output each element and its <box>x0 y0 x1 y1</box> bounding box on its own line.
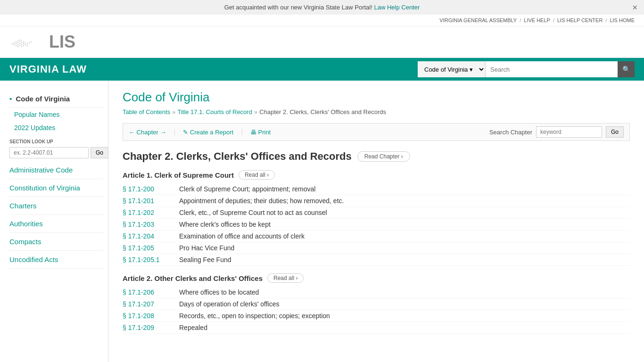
svg-rect-8 <box>27 43 28 44</box>
section-link[interactable]: § 17.1-205 <box>123 244 174 252</box>
page-title: Code of Virginia <box>123 90 630 105</box>
table-row: § 17.1-205 Pro Hac Vice Fund <box>123 242 630 254</box>
lis-logo-icon <box>9 30 47 54</box>
svg-rect-23 <box>23 45 24 46</box>
article-1-title: Article 1. Clerk of Supreme Court <box>123 171 234 179</box>
compacts-link[interactable]: Compacts <box>9 238 41 246</box>
article-1-heading: Article 1. Clerk of Supreme Court Read a… <box>123 170 630 180</box>
section-link[interactable]: § 17.1-205.1 <box>123 256 174 263</box>
search-input[interactable] <box>486 61 618 77</box>
svg-rect-13 <box>17 42 18 43</box>
search-chapter-label: Search Chapter <box>489 129 532 136</box>
svg-rect-0 <box>12 43 13 44</box>
section-lookup-go-button[interactable]: Go <box>91 147 108 158</box>
top-nav-general-assembly[interactable]: VIRGINIA GENERAL ASSEMBLY <box>439 17 517 23</box>
table-row: § 17.1-203 Where clerk's offices to be k… <box>123 219 630 230</box>
section-lookup-row: Go <box>9 147 103 158</box>
section-desc: Where offices to be located <box>174 288 259 296</box>
uncodified-acts-link[interactable]: Uncodified Acts <box>9 255 58 263</box>
top-nav-sep-1: / <box>520 17 521 23</box>
table-row: § 17.1-209 Repealed <box>123 322 630 334</box>
nav-bar: VIRGINIA LAW Code of Virginia ▾ 🔍 <box>0 58 644 81</box>
section-link[interactable]: § 17.1-208 <box>123 312 174 320</box>
top-nav-live-help[interactable]: LIVE HELP <box>524 17 550 23</box>
announcement-text: Get acquainted with our new Virginia Sta… <box>224 4 372 11</box>
charters-link[interactable]: Charters <box>9 202 37 210</box>
table-row: § 17.1-205.1 Sealing Fee Fund <box>123 254 630 266</box>
search-chapter-go-button[interactable]: Go <box>606 126 624 138</box>
breadcrumb: Table of Contents » Title 17.1. Courts o… <box>123 108 630 115</box>
top-nav-sep-2: / <box>553 17 554 23</box>
section-lookup: SECTION LOOK UP Go <box>9 134 103 161</box>
breadcrumb-title[interactable]: Title 17.1. Courts of Record <box>177 108 252 115</box>
chapter-nav-button[interactable]: ← Chapter → <box>129 129 166 136</box>
svg-rect-1 <box>14 42 15 43</box>
announcement-link[interactable]: Law Help Center <box>374 4 420 11</box>
breadcrumb-toc[interactable]: Table of Contents <box>123 108 170 115</box>
print-link[interactable]: 🖶 Print <box>250 129 271 136</box>
article-1-read-all-button[interactable]: Read all › <box>239 170 275 180</box>
authorities-link[interactable]: Authorities <box>9 220 43 228</box>
svg-rect-4 <box>19 40 20 41</box>
top-nav-lis-home[interactable]: LIS HOME <box>610 17 635 23</box>
search-chapter-input[interactable] <box>536 126 602 138</box>
section-lookup-input[interactable] <box>9 147 89 158</box>
sidebar: Code of Virginia Popular Names 2022 Upda… <box>0 81 108 362</box>
top-nav-lis-help[interactable]: LIS HELP CENTER <box>557 17 603 23</box>
read-chapter-button[interactable]: Read Chapter › <box>357 151 410 162</box>
svg-rect-26 <box>21 46 22 47</box>
svg-rect-10 <box>31 41 32 42</box>
header: LIS <box>0 26 644 58</box>
section-link[interactable]: § 17.1-201 <box>123 197 174 205</box>
table-row: § 17.1-204 Examination of office and acc… <box>123 230 630 242</box>
section-link[interactable]: § 17.1-206 <box>123 288 174 296</box>
sidebar-item-uncodified-acts[interactable]: Uncodified Acts <box>9 251 103 269</box>
section-desc: Days of operation of clerks' offices <box>174 300 280 308</box>
sidebar-item-code-of-virginia[interactable]: Code of Virginia <box>9 90 103 108</box>
sidebar-sub-2022-updates[interactable]: 2022 Updates <box>9 121 103 134</box>
section-link[interactable]: § 17.1-204 <box>123 232 174 240</box>
table-row: § 17.1-208 Records, etc., open to inspec… <box>123 310 630 322</box>
search-dropdown[interactable]: Code of Virginia ▾ <box>418 61 486 77</box>
admin-code-link[interactable]: Administrative Code <box>9 166 73 174</box>
create-report-link[interactable]: ✎ Create a Report <box>183 129 233 136</box>
sidebar-sub-popular-names[interactable]: Popular Names <box>9 108 103 121</box>
sidebar-item-administrative-code[interactable]: Administrative Code <box>9 161 103 179</box>
search-area: Code of Virginia ▾ 🔍 <box>418 61 635 77</box>
close-announcement-button[interactable]: × <box>632 2 637 12</box>
popular-names-link[interactable]: Popular Names <box>14 111 60 118</box>
main-container: Code of Virginia Popular Names 2022 Upda… <box>0 81 644 362</box>
section-link[interactable]: § 17.1-203 <box>123 221 174 228</box>
svg-rect-2 <box>16 41 17 42</box>
section-link[interactable]: § 17.1-207 <box>123 300 174 308</box>
svg-rect-19 <box>16 45 17 46</box>
svg-rect-15 <box>21 42 22 43</box>
breadcrumb-sep-2: » <box>254 108 257 115</box>
section-desc: Sealing Fee Fund <box>174 256 231 263</box>
article-2-title: Article 2. Other Clerks and Clerks' Offi… <box>123 274 263 282</box>
create-report-icon: ✎ <box>183 129 188 136</box>
chapter-heading: Chapter 2. Clerks, Clerks' Offices and R… <box>123 150 630 163</box>
section-link[interactable]: § 17.1-200 <box>123 185 174 193</box>
section-link[interactable]: § 17.1-209 <box>123 324 174 331</box>
2022-updates-link[interactable]: 2022 Updates <box>14 124 55 132</box>
svg-rect-11 <box>14 44 15 45</box>
sidebar-item-constitution[interactable]: Constitution of Virginia <box>9 179 103 197</box>
article-2-read-all-button[interactable]: Read all › <box>267 273 304 283</box>
logo-text: LIS <box>49 32 75 52</box>
sidebar-item-compacts[interactable]: Compacts <box>9 233 103 251</box>
section-link[interactable]: § 17.1-202 <box>123 209 174 216</box>
svg-rect-25 <box>19 45 20 46</box>
section-desc: Clerk of Supreme Court; appointment; rem… <box>174 185 315 193</box>
announcement-bar: Get acquainted with our new Virginia Sta… <box>0 0 644 15</box>
constitution-link[interactable]: Constitution of Virginia <box>9 184 80 192</box>
sidebar-item-charters[interactable]: Charters <box>9 197 103 215</box>
sidebar-item-authorities[interactable]: Authorities <box>9 215 103 233</box>
section-lookup-label: SECTION LOOK UP <box>9 139 103 144</box>
svg-rect-24 <box>17 46 18 47</box>
top-nav-sep-3: / <box>605 17 607 23</box>
table-row: § 17.1-201 Appointment of deputies; thei… <box>123 195 630 207</box>
search-button[interactable]: 🔍 <box>618 61 635 77</box>
breadcrumb-current: Chapter 2. Clerks, Clerks' Offices and R… <box>259 108 386 115</box>
chapter-title-text: Chapter 2. Clerks, Clerks' Offices and R… <box>123 150 352 163</box>
